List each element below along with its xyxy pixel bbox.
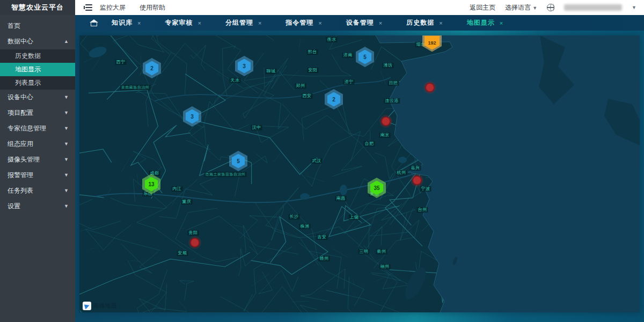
- tab-label: 设备管理: [346, 18, 374, 27]
- cluster-count: 2: [145, 61, 158, 76]
- sidebar-item-设置[interactable]: 设置▼: [0, 199, 75, 214]
- cluster-marker-5[interactable]: 5: [229, 151, 247, 171]
- amap-logo-icon: [83, 302, 91, 310]
- sidebar-item-组态应用[interactable]: 组态应用▼: [0, 136, 75, 152]
- tab-close-icon[interactable]: ×: [258, 20, 262, 26]
- chevron-down-icon: ▼: [64, 199, 69, 214]
- map-panel[interactable]: 西宁黄南藏族自治州天水西安汉中郑州衡水邢台安阳聊城济南济宁潍坊烟台日照连云港南京…: [79, 35, 640, 312]
- cluster-count: 35: [370, 181, 383, 195]
- topbar-right: 返回主页 选择语言▼ ▼: [470, 3, 644, 12]
- tab-分组管理[interactable]: 分组管理×: [225, 18, 262, 27]
- sidebar: 智慧农业云平台 首页数据中心▲历史数据地图显示列表显示设备中心▼项目配置▼专家信…: [0, 0, 75, 322]
- topbar: 监控大屏使用帮助 返回主页 选择语言▼ ▼: [75, 0, 644, 15]
- cluster-ring: 2: [325, 89, 343, 109]
- tab-指令管理[interactable]: 指令管理×: [286, 18, 322, 27]
- tab-close-icon[interactable]: ×: [137, 20, 141, 26]
- back-home-link[interactable]: 返回主页: [470, 3, 495, 12]
- tab-地图显示[interactable]: 地图显示×: [467, 18, 503, 27]
- cluster-ring: 5: [356, 47, 374, 67]
- globe-icon[interactable]: [547, 4, 554, 11]
- chevron-down-icon: ▼: [64, 152, 69, 167]
- tab-label: 分组管理: [225, 18, 253, 27]
- tab-close-icon[interactable]: ×: [318, 20, 322, 26]
- cluster-marker-192[interactable]: 192: [422, 35, 442, 52]
- tab-设备管理[interactable]: 设备管理×: [346, 18, 383, 27]
- device-point-marker[interactable]: [412, 175, 422, 185]
- chevron-up-icon: ▲: [64, 34, 69, 49]
- chevron-down-icon: ▼: [64, 183, 69, 199]
- sidebar-item-首页[interactable]: 首页: [0, 18, 75, 34]
- chevron-down-icon: ▼: [532, 5, 537, 11]
- chevron-down-icon: ▼: [64, 167, 69, 183]
- topbar-item-监控大屏[interactable]: 监控大屏: [100, 3, 126, 12]
- user-chevron-down-icon[interactable]: ▼: [632, 5, 636, 10]
- tab-close-icon[interactable]: ×: [379, 20, 383, 26]
- sidebar-subitem-列表显示[interactable]: 列表显示: [0, 76, 75, 90]
- chevron-down-icon: ▼: [64, 105, 69, 121]
- sidebar-item-设备中心[interactable]: 设备中心▼: [0, 90, 75, 105]
- sidebar-item-报警管理[interactable]: 报警管理▼: [0, 167, 75, 183]
- cluster-count: 13: [145, 177, 158, 192]
- topbar-item-使用帮助[interactable]: 使用帮助: [140, 3, 165, 12]
- cluster-count: 192: [425, 36, 440, 50]
- tab-label: 地图显示: [467, 18, 495, 27]
- map-attribution: 高德地图: [83, 302, 117, 310]
- chevron-down-icon: ▼: [64, 90, 69, 105]
- sidebar-item-项目配置[interactable]: 项目配置▼: [0, 105, 75, 121]
- cluster-ring: 35: [368, 178, 386, 198]
- user-avatar-name[interactable]: [564, 4, 622, 11]
- map-markers: 2353251335192: [79, 35, 640, 312]
- tab-label: 历史数据: [406, 18, 434, 27]
- open-tabs: 知识库×专家审核×分组管理×指令管理×设备管理×历史数据×地图显示×: [112, 18, 503, 27]
- tab-label: 专家审核: [165, 18, 193, 27]
- cluster-count: 3: [186, 109, 199, 124]
- sidebar-subitem-历史数据[interactable]: 历史数据: [0, 49, 75, 63]
- sidebar-item-摄像头管理[interactable]: 摄像头管理▼: [0, 152, 75, 167]
- chevron-down-icon: ▼: [64, 136, 69, 152]
- tab-close-icon[interactable]: ×: [439, 20, 443, 26]
- tab-知识库[interactable]: 知识库×: [112, 18, 141, 27]
- cluster-marker-3[interactable]: 3: [183, 106, 201, 127]
- cluster-count: 5: [232, 154, 245, 169]
- app-logo: 智慧农业云平台: [0, 0, 75, 15]
- language-select[interactable]: 选择语言▼: [505, 3, 537, 12]
- cluster-ring: 2: [143, 58, 161, 78]
- cluster-ring: 192: [422, 35, 442, 52]
- home-tab-icon[interactable]: [90, 19, 98, 26]
- tab-close-icon[interactable]: ×: [197, 20, 201, 26]
- chevron-down-icon: ▼: [64, 121, 69, 136]
- sidebar-subitem-地图显示[interactable]: 地图显示: [0, 63, 75, 76]
- tab-历史数据[interactable]: 历史数据×: [406, 18, 443, 27]
- tabbar: 知识库×专家审核×分组管理×指令管理×设备管理×历史数据×地图显示×: [75, 15, 644, 31]
- cluster-marker-3[interactable]: 3: [235, 56, 253, 76]
- tab-close-icon[interactable]: ×: [500, 20, 503, 26]
- sidebar-item-任务列表[interactable]: 任务列表▼: [0, 183, 75, 199]
- map-attribution-text: 高德地图: [93, 302, 117, 310]
- sidebar-item-数据中心[interactable]: 数据中心▲: [0, 34, 75, 49]
- cluster-ring: 3: [235, 56, 253, 76]
- sidebar-item-专家信息管理[interactable]: 专家信息管理▼: [0, 121, 75, 136]
- sidebar-menu: 首页数据中心▲历史数据地图显示列表显示设备中心▼项目配置▼专家信息管理▼组态应用…: [0, 15, 75, 214]
- cluster-ring: 5: [229, 151, 247, 171]
- cluster-count: 3: [238, 59, 251, 74]
- cluster-ring: 3: [183, 106, 201, 127]
- cluster-count: 2: [327, 92, 340, 107]
- topbar-menu: 监控大屏使用帮助: [100, 3, 165, 12]
- content-area: 西宁黄南藏族自治州天水西安汉中郑州衡水邢台安阳聊城济南济宁潍坊烟台日照连云港南京…: [75, 31, 644, 322]
- cluster-marker-13[interactable]: 13: [142, 174, 160, 194]
- cluster-marker-35[interactable]: 35: [368, 178, 386, 198]
- tab-专家审核[interactable]: 专家审核×: [165, 18, 201, 27]
- cluster-marker-2[interactable]: 2: [143, 58, 161, 78]
- cluster-marker-5[interactable]: 5: [356, 47, 374, 67]
- device-point-marker[interactable]: [425, 83, 435, 92]
- tab-label: 知识库: [112, 18, 133, 27]
- tab-label: 指令管理: [286, 18, 313, 27]
- sidebar-submenu: 历史数据地图显示列表显示: [0, 49, 75, 90]
- cluster-ring: 13: [142, 174, 160, 194]
- cluster-count: 5: [358, 50, 371, 64]
- device-point-marker[interactable]: [381, 116, 391, 126]
- cluster-marker-2[interactable]: 2: [325, 89, 343, 109]
- collapse-sidebar-icon[interactable]: [84, 4, 92, 11]
- device-point-marker[interactable]: [190, 238, 200, 247]
